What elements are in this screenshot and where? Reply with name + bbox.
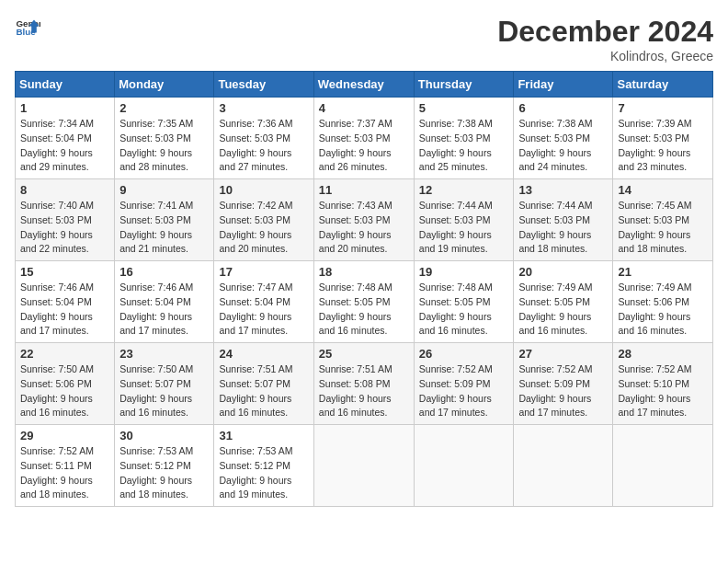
calendar-week-5: 29 Sunrise: 7:52 AM Sunset: 5:11 PM Dayl…: [16, 425, 713, 507]
day-info: Sunrise: 7:48 AM Sunset: 5:05 PM Dayligh…: [419, 281, 509, 339]
day-info: Sunrise: 7:35 AM Sunset: 5:03 PM Dayligh…: [119, 117, 209, 175]
sunrise-label: Sunrise: 7:37 AM: [319, 118, 392, 129]
sunrise-label: Sunrise: 7:49 AM: [618, 282, 691, 293]
day-number: 20: [518, 265, 608, 279]
sunset-label: Sunset: 5:03 PM: [319, 214, 391, 225]
day-info: Sunrise: 7:49 AM Sunset: 5:06 PM Dayligh…: [618, 281, 708, 339]
sunrise-label: Sunrise: 7:39 AM: [618, 118, 691, 129]
day-number: 13: [518, 183, 608, 197]
daylight-label: Daylight: 9 hours and 18 minutes.: [20, 475, 93, 500]
sunrise-label: Sunrise: 7:53 AM: [119, 445, 193, 456]
calendar-cell: 29 Sunrise: 7:52 AM Sunset: 5:11 PM Dayl…: [16, 425, 115, 507]
calendar-cell: 14 Sunrise: 7:45 AM Sunset: 5:03 PM Dayl…: [613, 179, 713, 261]
calendar-cell: 23 Sunrise: 7:50 AM Sunset: 5:07 PM Dayl…: [115, 343, 214, 425]
sunset-label: Sunset: 5:11 PM: [20, 460, 92, 471]
daylight-label: Daylight: 9 hours and 16 minutes.: [319, 311, 392, 337]
daylight-label: Daylight: 9 hours and 16 minutes.: [20, 393, 93, 419]
logo-icon: General Blue: [15, 15, 40, 40]
sunrise-label: Sunrise: 7:51 AM: [319, 363, 392, 374]
calendar-cell: 2 Sunrise: 7:35 AM Sunset: 5:03 PM Dayli…: [115, 98, 214, 179]
sunset-label: Sunset: 5:08 PM: [319, 378, 391, 389]
sunset-label: Sunset: 5:07 PM: [219, 378, 290, 389]
sunset-label: Sunset: 5:03 PM: [119, 214, 191, 225]
calendar-header-row: SundayMondayTuesdayWednesdayThursdayFrid…: [16, 72, 713, 98]
sunrise-label: Sunrise: 7:47 AM: [219, 282, 292, 293]
sunset-label: Sunset: 5:05 PM: [319, 296, 391, 307]
day-info: Sunrise: 7:52 AM Sunset: 5:09 PM Dayligh…: [419, 362, 509, 420]
daylight-label: Daylight: 9 hours and 29 minutes.: [20, 147, 93, 173]
daylight-label: Daylight: 9 hours and 16 minutes.: [419, 311, 492, 337]
sunset-label: Sunset: 5:05 PM: [419, 296, 491, 307]
calendar-cell: 7 Sunrise: 7:39 AM Sunset: 5:03 PM Dayli…: [613, 98, 713, 179]
day-info: Sunrise: 7:52 AM Sunset: 5:10 PM Dayligh…: [618, 362, 708, 420]
calendar-cell: 21 Sunrise: 7:49 AM Sunset: 5:06 PM Dayl…: [613, 261, 713, 343]
sunset-label: Sunset: 5:09 PM: [419, 378, 491, 389]
sunrise-label: Sunrise: 7:52 AM: [20, 445, 94, 456]
daylight-label: Daylight: 9 hours and 26 minutes.: [319, 147, 392, 173]
day-info: Sunrise: 7:52 AM Sunset: 5:11 PM Dayligh…: [20, 444, 109, 502]
calendar-cell: 30 Sunrise: 7:53 AM Sunset: 5:12 PM Dayl…: [115, 425, 214, 507]
daylight-label: Daylight: 9 hours and 17 minutes.: [119, 311, 192, 337]
sunrise-label: Sunrise: 7:50 AM: [119, 363, 193, 374]
sunrise-label: Sunrise: 7:36 AM: [219, 118, 292, 129]
day-info: Sunrise: 7:36 AM Sunset: 5:03 PM Dayligh…: [219, 117, 308, 175]
sunrise-label: Sunrise: 7:38 AM: [518, 118, 592, 129]
calendar-cell: 17 Sunrise: 7:47 AM Sunset: 5:04 PM Dayl…: [214, 261, 313, 343]
daylight-label: Daylight: 9 hours and 18 minutes.: [518, 229, 591, 255]
day-number: 4: [319, 101, 409, 115]
calendar-cell: 8 Sunrise: 7:40 AM Sunset: 5:03 PM Dayli…: [16, 179, 115, 261]
weekday-header-tuesday: Tuesday: [214, 72, 313, 98]
day-info: Sunrise: 7:45 AM Sunset: 5:03 PM Dayligh…: [618, 199, 708, 257]
day-info: Sunrise: 7:38 AM Sunset: 5:03 PM Dayligh…: [518, 117, 608, 175]
sunrise-label: Sunrise: 7:44 AM: [518, 200, 592, 211]
daylight-label: Daylight: 9 hours and 17 minutes.: [20, 311, 93, 337]
day-info: Sunrise: 7:40 AM Sunset: 5:03 PM Dayligh…: [20, 199, 109, 257]
calendar-cell: 20 Sunrise: 7:49 AM Sunset: 5:05 PM Dayl…: [514, 261, 613, 343]
day-number: 17: [219, 265, 308, 279]
calendar-cell: 24 Sunrise: 7:51 AM Sunset: 5:07 PM Dayl…: [214, 343, 313, 425]
calendar-cell: 11 Sunrise: 7:43 AM Sunset: 5:03 PM Dayl…: [313, 179, 414, 261]
sunrise-label: Sunrise: 7:38 AM: [419, 118, 493, 129]
sunset-label: Sunset: 5:04 PM: [219, 296, 290, 307]
sunrise-label: Sunrise: 7:46 AM: [119, 282, 193, 293]
daylight-label: Daylight: 9 hours and 19 minutes.: [419, 229, 492, 255]
day-info: Sunrise: 7:41 AM Sunset: 5:03 PM Dayligh…: [119, 199, 209, 257]
day-number: 28: [618, 347, 708, 361]
day-number: 27: [518, 347, 608, 361]
sunrise-label: Sunrise: 7:43 AM: [319, 200, 392, 211]
day-info: Sunrise: 7:48 AM Sunset: 5:05 PM Dayligh…: [319, 281, 409, 339]
day-number: 3: [219, 101, 308, 115]
daylight-label: Daylight: 9 hours and 16 minutes.: [319, 393, 392, 419]
day-number: 2: [119, 101, 209, 115]
calendar-cell: 12 Sunrise: 7:44 AM Sunset: 5:03 PM Dayl…: [414, 179, 514, 261]
day-info: Sunrise: 7:44 AM Sunset: 5:03 PM Dayligh…: [419, 199, 509, 257]
daylight-label: Daylight: 9 hours and 22 minutes.: [20, 229, 93, 255]
calendar-table: SundayMondayTuesdayWednesdayThursdayFrid…: [15, 71, 713, 507]
day-number: 31: [219, 429, 308, 442]
calendar-cell: 15 Sunrise: 7:46 AM Sunset: 5:04 PM Dayl…: [16, 261, 115, 343]
day-info: Sunrise: 7:46 AM Sunset: 5:04 PM Dayligh…: [20, 281, 109, 339]
day-number: 16: [119, 265, 209, 279]
sunset-label: Sunset: 5:03 PM: [419, 132, 491, 144]
calendar-cell: 26 Sunrise: 7:52 AM Sunset: 5:09 PM Dayl…: [414, 343, 514, 425]
calendar-cell: 25 Sunrise: 7:51 AM Sunset: 5:08 PM Dayl…: [313, 343, 414, 425]
sunrise-label: Sunrise: 7:51 AM: [219, 363, 292, 374]
calendar-cell: 5 Sunrise: 7:38 AM Sunset: 5:03 PM Dayli…: [414, 98, 514, 179]
sunrise-label: Sunrise: 7:42 AM: [219, 200, 292, 211]
day-number: 23: [119, 347, 209, 361]
day-info: Sunrise: 7:47 AM Sunset: 5:04 PM Dayligh…: [219, 281, 308, 339]
month-title: December 2024: [497, 15, 713, 49]
day-info: Sunrise: 7:43 AM Sunset: 5:03 PM Dayligh…: [319, 199, 409, 257]
daylight-label: Daylight: 9 hours and 16 minutes.: [518, 311, 591, 337]
day-info: Sunrise: 7:53 AM Sunset: 5:12 PM Dayligh…: [219, 444, 308, 502]
sunset-label: Sunset: 5:10 PM: [618, 378, 689, 389]
sunset-label: Sunset: 5:03 PM: [518, 132, 590, 144]
calendar-cell: 28 Sunrise: 7:52 AM Sunset: 5:10 PM Dayl…: [613, 343, 713, 425]
day-number: 29: [20, 429, 109, 442]
day-info: Sunrise: 7:46 AM Sunset: 5:04 PM Dayligh…: [119, 281, 209, 339]
sunset-label: Sunset: 5:03 PM: [219, 132, 290, 144]
sunrise-label: Sunrise: 7:48 AM: [419, 282, 493, 293]
sunset-label: Sunset: 5:12 PM: [119, 460, 191, 471]
sunset-label: Sunset: 5:07 PM: [119, 378, 191, 389]
sunset-label: Sunset: 5:09 PM: [518, 378, 590, 389]
